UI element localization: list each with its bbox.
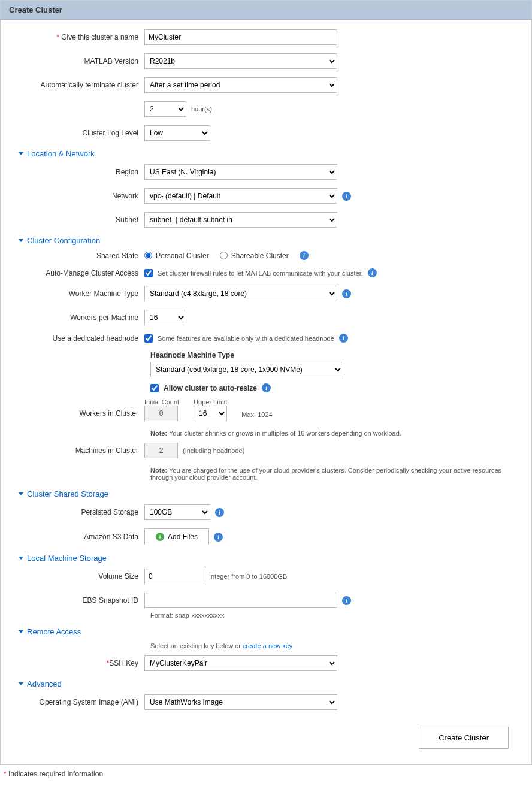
s3-data-label: Amazon S3 Data xyxy=(13,533,144,541)
auto-terminate-label: Automatically terminate cluster xyxy=(13,81,144,89)
volume-size-hint: Integer from 0 to 16000GB xyxy=(209,573,287,580)
section-shared-storage[interactable]: Cluster Shared Storage xyxy=(19,489,519,498)
workers-per-machine-select[interactable]: 16 xyxy=(144,310,186,325)
required-note: * Indicates required information xyxy=(0,765,532,778)
log-level-label: Cluster Log Level xyxy=(13,129,144,137)
matlab-version-select[interactable]: R2021b xyxy=(144,53,337,69)
ebs-snapshot-label: EBS Snapshot ID xyxy=(13,596,144,604)
chevron-down-icon xyxy=(19,239,23,242)
machines-in-cluster-label: Machines in Cluster xyxy=(13,446,144,455)
plus-icon: + xyxy=(156,533,164,541)
hours-select[interactable]: 2 xyxy=(144,101,186,117)
network-select[interactable]: vpc- (default) | Default xyxy=(144,188,337,204)
workers-note: Note: Your cluster shrinks or grows in m… xyxy=(150,430,519,437)
headnode-type-select[interactable]: Standard (c5d.9xlarge, 18 core, 1x900 NV… xyxy=(150,362,343,377)
ami-label: Operating System Image (AMI) xyxy=(13,698,144,706)
worker-machine-type-label: Worker Machine Type xyxy=(13,289,144,298)
subnet-label: Subnet xyxy=(13,216,144,224)
upper-limit-label: Upper Limit xyxy=(194,398,227,406)
create-cluster-button[interactable]: Create Cluster xyxy=(419,727,509,749)
volume-size-input[interactable] xyxy=(144,569,204,584)
ebs-hint: Format: snap-xxxxxxxxxx xyxy=(150,612,519,619)
section-location-network[interactable]: Location & Network xyxy=(19,149,519,158)
auto-resize-label: Allow cluster to auto-resize xyxy=(164,384,257,392)
max-label: Max: 1024 xyxy=(241,411,272,418)
info-icon[interactable]: i xyxy=(368,268,377,277)
auto-resize-checkbox[interactable] xyxy=(150,384,159,392)
workers-per-machine-label: Workers per Machine xyxy=(13,313,144,322)
dedicated-headnode-label: Use a dedicated headnode xyxy=(13,334,144,343)
radio-shareable-cluster[interactable]: Shareable Cluster xyxy=(220,252,289,260)
section-advanced[interactable]: Advanced xyxy=(19,679,519,688)
machines-note: Note: You are charged for the use of you… xyxy=(150,467,516,481)
persisted-storage-select[interactable]: 100GB xyxy=(144,504,210,520)
info-icon[interactable]: i xyxy=(342,596,351,605)
hours-suffix: hour(s) xyxy=(191,105,212,113)
auto-terminate-select[interactable]: After a set time period xyxy=(144,77,337,93)
shared-state-label: Shared State xyxy=(13,252,144,260)
ssh-hint: Select an existing key below or create a… xyxy=(150,642,519,649)
initial-count-input xyxy=(144,406,178,421)
cluster-name-input[interactable] xyxy=(144,29,337,45)
headnode-desc: Some features are available only with a … xyxy=(158,335,334,342)
auto-manage-desc: Set cluster firewall rules to let MATLAB… xyxy=(158,270,363,277)
workers-in-cluster-label: Workers in Cluster xyxy=(13,398,144,418)
volume-size-label: Volume Size xyxy=(13,572,144,581)
initial-count-label: Initial Count xyxy=(144,398,179,406)
log-level-select[interactable]: Low xyxy=(144,125,210,141)
info-icon[interactable]: i xyxy=(300,251,309,260)
region-label: Region xyxy=(13,168,144,176)
info-icon[interactable]: i xyxy=(262,383,271,392)
ssh-key-select[interactable]: MyClusterKeyPair xyxy=(144,655,337,671)
radio-personal-cluster[interactable]: Personal Cluster xyxy=(144,252,209,260)
machines-in-cluster-input xyxy=(144,443,178,458)
chevron-down-icon xyxy=(19,152,23,155)
info-icon[interactable]: i xyxy=(342,289,351,298)
dedicated-headnode-checkbox[interactable] xyxy=(144,334,153,343)
matlab-version-label: MATLAB Version xyxy=(13,57,144,65)
auto-manage-checkbox[interactable] xyxy=(144,269,153,277)
create-new-key-link[interactable]: create a new key xyxy=(243,642,292,649)
headnode-type-label: Headnode Machine Type xyxy=(150,351,519,359)
info-icon[interactable]: i xyxy=(342,192,351,201)
chevron-down-icon xyxy=(19,492,23,495)
network-label: Network xyxy=(13,192,144,200)
page-title: Create Cluster xyxy=(1,1,531,20)
auto-manage-label: Auto-Manage Cluster Access xyxy=(13,269,144,277)
chevron-down-icon xyxy=(19,682,23,685)
ami-select[interactable]: Use MathWorks Image xyxy=(144,694,337,710)
machines-suffix: (Including headnode) xyxy=(183,447,244,454)
upper-limit-select[interactable]: 16 xyxy=(194,406,227,421)
cluster-name-label: * Give this cluster a name xyxy=(13,33,144,41)
info-icon[interactable]: i xyxy=(214,533,223,542)
info-icon[interactable]: i xyxy=(215,508,224,517)
chevron-down-icon xyxy=(19,630,23,633)
ssh-key-label: *SSH Key xyxy=(13,659,144,667)
region-select[interactable]: US East (N. Virginia) xyxy=(144,164,337,180)
worker-machine-type-select[interactable]: Standard (c4.8xlarge, 18 core) xyxy=(144,286,337,301)
section-remote-access[interactable]: Remote Access xyxy=(19,627,519,636)
ebs-snapshot-input[interactable] xyxy=(144,593,337,608)
chevron-down-icon xyxy=(19,557,23,560)
add-files-button[interactable]: +Add Files xyxy=(144,528,209,545)
persisted-storage-label: Persisted Storage xyxy=(13,508,144,516)
section-cluster-config[interactable]: Cluster Configuration xyxy=(19,236,519,245)
subnet-select[interactable]: subnet- | default subnet in xyxy=(144,212,337,228)
info-icon[interactable]: i xyxy=(339,334,348,343)
section-local-storage[interactable]: Local Machine Storage xyxy=(19,554,519,563)
